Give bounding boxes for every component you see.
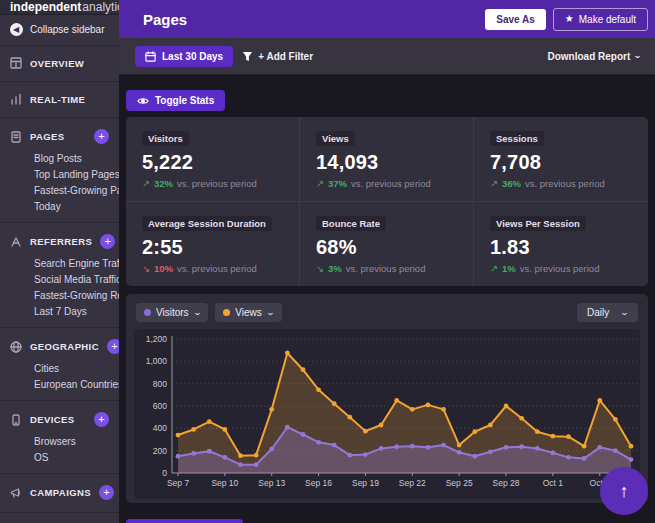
- sidebar-label-pages: PAGES: [30, 131, 86, 142]
- add-geographic-report-button[interactable]: +: [107, 339, 119, 354]
- page-title: Pages: [143, 11, 485, 28]
- stat-value: 68%: [316, 236, 457, 259]
- app-window: independent analytics ◀ Collapse sidebar…: [0, 0, 655, 523]
- visitors-series-label: Visitors: [156, 307, 189, 318]
- date-range-button[interactable]: Last 30 Days: [135, 46, 233, 67]
- add-filter-button[interactable]: + Add Filter: [242, 51, 313, 62]
- sidebar-item-devices[interactable]: DEVICES +: [0, 405, 119, 433]
- sidebar-item-clicks[interactable]: CLICKS +: [0, 517, 119, 523]
- chart-controls: Visitors ⌄ Views ⌄ Daily ⌄: [134, 302, 640, 329]
- save-as-button[interactable]: Save As: [485, 9, 546, 30]
- trendline-logo-icon: [11, 0, 22, 1]
- logo-text-bold: independent: [10, 0, 81, 14]
- megaphone-icon: [10, 487, 22, 499]
- sidebar-item-os[interactable]: OS: [34, 449, 113, 465]
- toggle-columns-button[interactable]: Toggle Columns: [126, 519, 243, 523]
- logo-bar: independent analytics: [0, 0, 119, 15]
- stat-value: 7,708: [490, 151, 632, 174]
- sidebar-item-fastest-growing-referrers[interactable]: Fastest-Growing Referrers: [34, 287, 113, 303]
- sidebar-item-today[interactable]: Today: [34, 198, 113, 214]
- sidebar: independent analytics ◀ Collapse sidebar…: [0, 0, 119, 523]
- page-icon: [10, 131, 22, 143]
- interval-dropdown[interactable]: Daily ⌄: [577, 303, 638, 322]
- chevron-down-icon: ⌄: [633, 52, 642, 60]
- sidebar-item-pages[interactable]: PAGES +: [0, 122, 119, 150]
- add-pages-report-button[interactable]: +: [94, 129, 109, 144]
- bar-chart-icon: [10, 93, 22, 105]
- svg-text:Sep 10: Sep 10: [211, 478, 238, 488]
- sidebar-item-fastest-growing-pages[interactable]: Fastest-Growing Pages: [34, 182, 113, 198]
- svg-text:1,000: 1,000: [146, 356, 168, 366]
- collapse-sidebar-button[interactable]: ◀ Collapse sidebar: [0, 15, 119, 46]
- svg-text:Sep 22: Sep 22: [399, 478, 426, 488]
- sidebar-item-search-engine-traffic[interactable]: Search Engine Traffic: [34, 255, 113, 271]
- svg-text:Sep 7: Sep 7: [167, 478, 189, 488]
- svg-text:Oct 1: Oct 1: [543, 478, 564, 488]
- stat-label: Visitors: [142, 131, 189, 146]
- svg-text:800: 800: [153, 379, 167, 389]
- sidebar-label-campaigns: CAMPAIGNS: [30, 487, 91, 498]
- stat-card-bounce-rate: Bounce Rate 68% ↘3%vs. previous period: [300, 202, 474, 286]
- add-referrers-report-button[interactable]: +: [100, 234, 115, 249]
- add-campaigns-report-button[interactable]: +: [99, 485, 114, 500]
- toolbar: Last 30 Days + Add Filter Download Repor…: [119, 38, 655, 75]
- download-report-label: Download Report: [548, 51, 631, 62]
- stat-card-sessions: Sessions 7,708 ↗36%vs. previous period: [474, 117, 648, 202]
- page-header: Pages Save As ★ Make default: [119, 0, 655, 38]
- make-default-label: Make default: [579, 14, 636, 25]
- sidebar-item-geographic[interactable]: GEOGRAPHIC +: [0, 332, 119, 360]
- sidebar-item-referrers[interactable]: REFERRERS +: [0, 227, 119, 255]
- visitors-series-dropdown[interactable]: Visitors ⌄: [136, 303, 208, 322]
- sidebar-label-real-time: REAL-TIME: [30, 94, 109, 105]
- make-default-button[interactable]: ★ Make default: [553, 8, 648, 31]
- collapse-arrow-icon: ◀: [10, 23, 23, 36]
- chevron-down-icon: ⌄: [192, 309, 201, 317]
- svg-text:Sep 13: Sep 13: [258, 478, 285, 488]
- add-devices-report-button[interactable]: +: [94, 412, 109, 427]
- funnel-icon: [242, 51, 253, 62]
- interval-label: Daily: [587, 307, 609, 318]
- stat-card-views: Views 14,093 ↗37%vs. previous period: [300, 117, 474, 202]
- sidebar-item-real-time[interactable]: REAL-TIME: [0, 86, 119, 111]
- stat-trend: ↗36%vs. previous period: [490, 178, 632, 189]
- dashboard-icon: [10, 57, 22, 69]
- download-report-button[interactable]: Download Report ⌄: [548, 51, 641, 62]
- sidebar-item-campaigns[interactable]: CAMPAIGNS +: [0, 478, 119, 506]
- eye-icon: [137, 96, 149, 106]
- sidebar-item-european-countries[interactable]: European Countries: [34, 376, 113, 392]
- toggle-stats-button[interactable]: Toggle Stats: [126, 90, 225, 111]
- stat-value: 14,093: [316, 151, 457, 174]
- stat-trend: ↘10%vs. previous period: [142, 263, 283, 274]
- star-icon: ★: [565, 14, 574, 24]
- date-range-label: Last 30 Days: [162, 51, 223, 62]
- mobile-device-icon: [10, 414, 22, 426]
- sidebar-label-referrers: REFERRERS: [30, 236, 92, 247]
- sidebar-item-cities[interactable]: Cities: [34, 360, 113, 376]
- main-area: Pages Save As ★ Make default Last 30 Day…: [119, 0, 655, 523]
- svg-text:Sep 25: Sep 25: [446, 478, 473, 488]
- app-logo: independent analytics: [10, 0, 119, 14]
- svg-text:400: 400: [153, 423, 167, 433]
- stat-label: Sessions: [490, 131, 544, 146]
- sidebar-item-blog-posts[interactable]: Blog Posts: [34, 150, 113, 166]
- calendar-icon: [145, 51, 156, 62]
- sidebar-item-last-7-days[interactable]: Last 7 Days: [34, 303, 113, 319]
- stat-card-views-per-session: Views Per Session 1.83 ↗1%vs. previous p…: [474, 202, 648, 286]
- collapse-sidebar-label: Collapse sidebar: [30, 24, 105, 35]
- sidebar-item-top-landing-pages[interactable]: Top Landing Pages: [34, 166, 113, 182]
- sidebar-label-devices: DEVICES: [30, 414, 86, 425]
- content-area: Toggle Stats Visitors 5,222 ↗32%vs. prev…: [119, 75, 655, 523]
- scroll-to-top-button[interactable]: ↑: [600, 467, 648, 515]
- sidebar-item-social-media-traffic[interactable]: Social Media Traffic: [34, 271, 113, 287]
- stat-trend: ↗1%vs. previous period: [490, 263, 632, 274]
- sidebar-item-overview[interactable]: OVERVIEW: [0, 50, 119, 75]
- stat-card-avg-session-duration: Average Session Duration 2:55 ↘10%vs. pr…: [126, 202, 300, 286]
- svg-text:Sep 19: Sep 19: [352, 478, 379, 488]
- line-chart[interactable]: 02004006008001,0001,200Sep 7Sep 10Sep 13…: [134, 329, 640, 499]
- views-series-dropdown[interactable]: Views ⌄: [215, 303, 281, 322]
- svg-text:600: 600: [153, 401, 167, 411]
- views-series-dot-icon: [223, 309, 230, 316]
- stat-value: 5,222: [142, 151, 283, 174]
- stat-label: Views: [316, 131, 355, 146]
- sidebar-item-browsers[interactable]: Browsers: [34, 433, 113, 449]
